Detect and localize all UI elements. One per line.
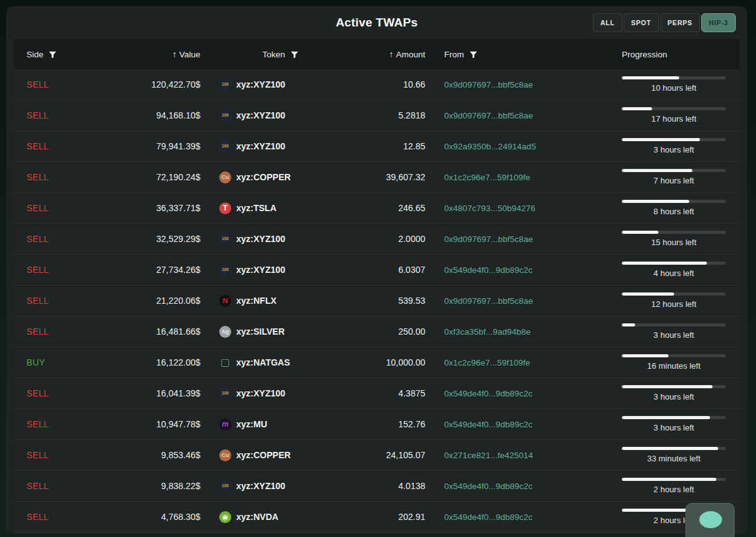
twap-row: SELL 9,853.46$ Cu xyz:COPPER 24,105.07 0…: [14, 440, 740, 471]
value-cell: 21,220.06$: [88, 296, 208, 306]
progress-bar-fill: [622, 107, 652, 110]
from-address-link[interactable]: 0x92a9350b...24914ad5: [433, 142, 589, 151]
progression-cell: 3 hours left: [589, 323, 740, 340]
progress-bar: [622, 231, 726, 234]
progression-cell: 8 hours left: [589, 200, 740, 216]
column-header-token: Token: [262, 50, 285, 59]
token-label: xyz:XYZ100: [236, 265, 285, 275]
progress-bar-fill: [622, 231, 658, 234]
side-filter-icon[interactable]: [49, 50, 57, 59]
side-label: SELL: [14, 234, 88, 244]
time-left-label: 16 minutes left: [622, 361, 726, 371]
table-header: Side ↑ Value Token ↑ Amount From Progres…: [14, 39, 740, 69]
side-label: SELL: [14, 388, 88, 398]
progression-cell: 2 hours left: [589, 478, 740, 494]
time-left-label: 3 hours left: [622, 145, 726, 154]
progression-cell: 15 hours left: [589, 231, 740, 247]
filter-tab-hip-3[interactable]: HIP-3: [701, 13, 736, 32]
twap-row: SELL 16,041.39$ 100 xyz:XYZ100 4.3875 0x…: [14, 378, 740, 409]
filter-tab-perps[interactable]: PERPS: [660, 13, 701, 32]
progress-bar-fill: [622, 354, 668, 357]
amount-cell: 10.66: [353, 79, 433, 90]
value-cell: 120,422.70$: [88, 79, 208, 90]
active-twaps-panel: Active TWAPs ALLSPOTPERPSHIP-3 Side ↑ Va…: [6, 6, 747, 534]
progress-bar: [622, 478, 726, 481]
from-address-link[interactable]: 0x9d097697...bbf5c8ae: [433, 296, 589, 306]
token-cell: 100 xyz:XYZ100: [208, 233, 353, 245]
from-filter-icon[interactable]: [469, 50, 478, 59]
progress-bar-fill: [622, 416, 710, 419]
from-address-link[interactable]: 0x1c2c96e7...59f109fe: [433, 173, 589, 182]
progress-bar: [622, 416, 726, 419]
token-cell: m xyz:MU: [208, 419, 353, 430]
side-label: SELL: [14, 110, 88, 120]
progress-bar-fill: [622, 323, 635, 326]
title-bar: Active TWAPs ALLSPOTPERPSHIP-3: [6, 6, 747, 39]
side-label: SELL: [14, 172, 88, 182]
from-address-link[interactable]: 0x549de4f0...9db89c2c: [433, 389, 589, 398]
xyz100-token-icon: 100: [219, 480, 231, 492]
mu-token-icon: m: [219, 419, 231, 430]
from-address-link[interactable]: 0x1c2c96e7...59f109fe: [433, 358, 589, 367]
sort-ascending-icon: ↑: [172, 49, 176, 59]
from-address-link[interactable]: 0x9d097697...bbf5c8ae: [433, 234, 589, 244]
progress-bar-fill: [622, 292, 674, 296]
amount-cell: 250.00: [353, 326, 433, 337]
xyz100-token-icon: 100: [219, 264, 231, 276]
amount-cell: 10,000.00: [353, 357, 433, 367]
filter-tab-spot[interactable]: SPOT: [624, 13, 659, 32]
time-left-label: 17 hours left: [622, 114, 726, 124]
time-left-label: 10 hours left: [622, 83, 726, 93]
value-cell: 16,481.66$: [88, 326, 208, 337]
from-address-link[interactable]: 0x549de4f0...9db89c2c: [433, 420, 589, 429]
progress-bar: [622, 169, 726, 172]
from-address-link[interactable]: 0x549de4f0...9db89c2c: [433, 265, 589, 275]
progress-bar: [622, 262, 726, 265]
token-cell: 100 xyz:XYZ100: [208, 141, 353, 153]
progress-bar: [622, 200, 726, 203]
token-label: xyz:XYZ100: [236, 481, 285, 491]
token-filter-icon[interactable]: [290, 50, 299, 59]
twap-row: SELL 32,529.29$ 100 xyz:XYZ100 2.0000 0x…: [14, 224, 740, 255]
xyz100-token-icon: 100: [219, 141, 231, 153]
token-cell: Ag xyz:SILVER: [208, 326, 353, 338]
value-cell: 9,853.46$: [88, 450, 208, 460]
from-address-link[interactable]: 0x9d097697...bbf5c8ae: [433, 80, 589, 90]
twap-row: SELL 36,337.71$ T xyz:TSLA 246.65 0x4807…: [14, 193, 740, 224]
table-body: SELL 120,422.70$ 100 xyz:XYZ100 10.66 0x…: [14, 69, 740, 534]
filter-tab-group: ALLSPOTPERPSHIP-3: [593, 13, 736, 32]
column-header-progression: Progression: [622, 50, 667, 59]
token-cell: Cu xyz:COPPER: [208, 449, 353, 461]
column-header-amount-sort[interactable]: ↑ Amount: [353, 49, 433, 59]
token-cell: N xyz:NFLX: [208, 295, 353, 307]
from-address-link[interactable]: 0x4807c793...50b94276: [433, 204, 589, 213]
tesla-token-icon: T: [219, 202, 231, 214]
token-label: xyz:SILVER: [236, 326, 285, 337]
progress-bar-fill: [622, 76, 679, 79]
copper-token-icon: Cu: [219, 171, 231, 183]
progress-bar-fill: [622, 262, 707, 265]
from-address-link[interactable]: 0x9d097697...bbf5c8ae: [433, 111, 589, 120]
from-address-link[interactable]: 0x549de4f0...9db89c2c: [433, 512, 589, 522]
from-address-link[interactable]: 0x271ce821...fe425014: [433, 451, 589, 460]
chat-button[interactable]: [685, 503, 735, 537]
time-left-label: 2 hours left: [622, 485, 726, 494]
from-address-link[interactable]: 0x549de4f0...9db89c2c: [433, 482, 589, 491]
progress-bar: [622, 385, 726, 388]
progress-bar-fill: [622, 478, 716, 481]
silver-token-icon: Ag: [219, 326, 231, 338]
progress-bar-fill: [622, 200, 689, 203]
amount-cell: 39,607.32: [353, 172, 433, 182]
progress-bar: [622, 138, 726, 141]
side-label: SELL: [14, 265, 88, 275]
from-address-link[interactable]: 0xf3ca35bf...9ad94b8e: [433, 327, 589, 337]
column-header-value-sort[interactable]: ↑ Value: [88, 49, 208, 59]
token-cell: Cu xyz:COPPER: [208, 171, 353, 183]
progress-bar-fill: [622, 447, 718, 450]
token-label: xyz:NVDA: [236, 512, 278, 522]
filter-tab-all[interactable]: ALL: [593, 13, 622, 32]
progress-bar: [622, 76, 726, 79]
token-label: xyz:XYZ100: [236, 388, 285, 398]
time-left-label: 33 minutes left: [622, 454, 726, 463]
progress-bar: [622, 447, 726, 450]
